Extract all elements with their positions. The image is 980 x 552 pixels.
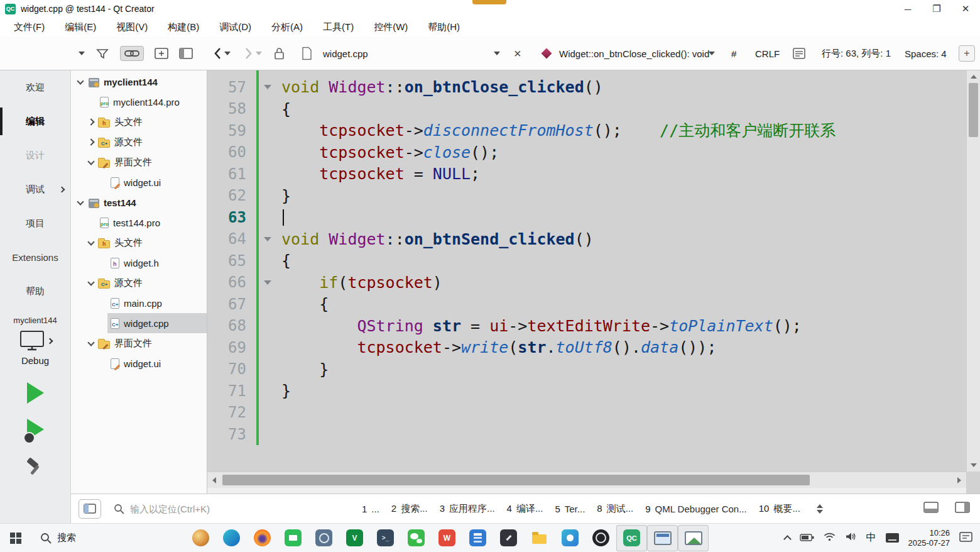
- hidden-toolbar-tab[interactable]: [472, 0, 506, 4]
- pane-selector-dropdown-icon[interactable]: [79, 52, 85, 55]
- split-view-icon[interactable]: [155, 47, 168, 60]
- scroll-up-icon[interactable]: [967, 72, 980, 82]
- horizontal-scroll-thumb[interactable]: [222, 475, 810, 485]
- tree-item-widget.cpp[interactable]: C+widget.cpp: [71, 313, 207, 333]
- split-editor-button[interactable]: +: [959, 45, 975, 62]
- close-button[interactable]: ✕: [951, 0, 980, 18]
- expand-icon[interactable]: [85, 116, 97, 128]
- code-line-56[interactable]: 56: [207, 70, 966, 77]
- pane-sort-icon[interactable]: [817, 504, 823, 514]
- taskbar-wechat[interactable]: [401, 525, 432, 551]
- collapse-icon[interactable]: [85, 277, 97, 289]
- sync-with-editor-icon[interactable]: [120, 46, 144, 61]
- symbol-dropdown-icon[interactable]: [709, 52, 715, 55]
- code-line-64[interactable]: 64void Widget::on_btnSend_clicked(): [207, 228, 966, 250]
- menu-item-9[interactable]: 帮助(H): [418, 18, 470, 36]
- code-line-57[interactable]: 57void Widget::on_btnClose_clicked(): [207, 77, 966, 99]
- indentation-setting[interactable]: Spaces: 4: [905, 48, 947, 58]
- taskbar-file-explorer[interactable]: [524, 525, 555, 551]
- maximize-button[interactable]: ❐: [922, 0, 951, 18]
- lock-icon[interactable]: [274, 47, 285, 60]
- scroll-down-icon[interactable]: [967, 460, 980, 470]
- tree-item-界面文件[interactable]: 界面文件: [71, 152, 207, 172]
- minimize-button[interactable]: ─: [893, 0, 922, 18]
- tree-item-源文件[interactable]: C+源文件: [71, 273, 207, 293]
- line-ending-selector[interactable]: CRLF: [755, 48, 780, 58]
- taskbar-vm-window[interactable]: [647, 525, 678, 551]
- taskbar-search[interactable]: 搜索: [31, 524, 85, 552]
- start-button[interactable]: [0, 524, 31, 552]
- output-pane-10[interactable]: 10概要...: [759, 503, 800, 515]
- menu-item-7[interactable]: 工具(T): [313, 18, 364, 36]
- fold-marker-icon[interactable]: [256, 85, 279, 89]
- tree-item-myclient144[interactable]: myclient144: [71, 72, 207, 92]
- fold-marker-icon[interactable]: [256, 280, 279, 285]
- volume-icon[interactable]: [845, 532, 857, 544]
- taskbar-user-avatar[interactable]: [185, 525, 216, 551]
- taskbar-firefox-browser[interactable]: [247, 525, 278, 551]
- taskbar-qt-creator[interactable]: QC: [616, 525, 647, 551]
- touch-keyboard-icon[interactable]: [886, 533, 899, 543]
- kit-expand-icon[interactable]: [46, 338, 53, 344]
- collapse-icon[interactable]: [75, 76, 86, 87]
- taskbar-clock[interactable]: 10:26 2025-07-27: [908, 528, 950, 548]
- code-line-60[interactable]: 60 tcpsocket->close();: [207, 141, 966, 163]
- vertical-scrollbar[interactable]: [966, 70, 980, 472]
- code-line-72[interactable]: 72: [207, 402, 966, 424]
- code-line-65[interactable]: 65{: [207, 250, 966, 272]
- collapse-icon[interactable]: [85, 338, 97, 349]
- collapse-icon[interactable]: [75, 197, 86, 208]
- scroll-right-icon[interactable]: [954, 472, 965, 488]
- input-method-indicator[interactable]: 中: [866, 531, 876, 544]
- code-line-63[interactable]: 63: [207, 207, 966, 229]
- locator-input[interactable]: [130, 504, 287, 514]
- taskbar-edge-browser[interactable]: [216, 525, 247, 551]
- tree-item-头文件[interactable]: h头文件: [71, 112, 207, 132]
- taskbar-photos[interactable]: [555, 525, 585, 551]
- taskbar-wps-office[interactable]: W: [432, 525, 462, 551]
- scroll-left-icon[interactable]: [209, 472, 220, 488]
- output-pane-2[interactable]: 2搜索...: [391, 503, 428, 515]
- code-line-68[interactable]: 68 QString str = ui->textEditWrite->toPl…: [207, 315, 966, 337]
- expand-icon[interactable]: [85, 136, 97, 148]
- debug-run-button[interactable]: [27, 419, 44, 440]
- taskbar-vim[interactable]: V: [339, 525, 370, 551]
- open-document-name[interactable]: widget.cpp: [323, 48, 368, 58]
- collapse-icon[interactable]: [85, 237, 97, 248]
- tree-item-头文件[interactable]: h头文件: [71, 233, 207, 253]
- code-line-70[interactable]: 70 }: [207, 358, 966, 380]
- toggle-left-sidebar-button[interactable]: [79, 499, 101, 519]
- close-document-icon[interactable]: ×: [514, 47, 521, 60]
- tree-item-界面文件[interactable]: 界面文件: [71, 333, 207, 353]
- taskbar-terminal[interactable]: >_: [370, 525, 401, 551]
- tree-item-源文件[interactable]: C+源文件: [71, 132, 207, 152]
- tree-item-widget.ui[interactable]: widget.ui: [71, 353, 207, 373]
- locator-search[interactable]: [114, 504, 302, 514]
- horizontal-scrollbar[interactable]: [207, 472, 966, 488]
- mode-item-项目[interactable]: 项目: [0, 206, 70, 240]
- mode-item-编辑[interactable]: 编辑: [0, 104, 70, 138]
- mode-item-欢迎[interactable]: 欢迎: [0, 70, 70, 104]
- menu-item-5[interactable]: 调试(D): [209, 18, 261, 36]
- taskbar-calculator[interactable]: [462, 525, 493, 551]
- tree-item-test144.pro[interactable]: protest144.pro: [71, 213, 207, 233]
- code-editor[interactable]: 5657void Widget::on_btnClose_clicked()58…: [207, 70, 980, 494]
- code-line-59[interactable]: 59 tcpsocket->disconnectFromHost(); //主动…: [207, 120, 966, 142]
- output-pane-8[interactable]: 8测试...: [597, 503, 633, 515]
- menu-item-4[interactable]: 构建(B): [158, 18, 209, 36]
- collapse-icon[interactable]: [85, 157, 97, 168]
- battery-icon[interactable]: [800, 533, 814, 544]
- nav-forward-button[interactable]: [244, 47, 262, 60]
- right-panel-toggle-icon[interactable]: [955, 502, 970, 516]
- nav-back-button[interactable]: [212, 47, 231, 60]
- menu-item-3[interactable]: 视图(V): [106, 18, 158, 36]
- tree-item-myclient144.pro[interactable]: promyclient144.pro: [71, 92, 207, 112]
- output-pane-toggle-icon[interactable]: [923, 502, 939, 516]
- kit-selector[interactable]: [0, 330, 70, 351]
- network-icon[interactable]: [824, 532, 836, 544]
- output-pane-9[interactable]: 9QML Debugger Con...: [645, 504, 747, 514]
- code-line-58[interactable]: 58{: [207, 98, 966, 120]
- hash-indicator[interactable]: #: [731, 48, 736, 58]
- cursor-position[interactable]: 行号: 63, 列号: 1: [822, 47, 891, 59]
- output-pane-1[interactable]: 1...: [362, 504, 379, 514]
